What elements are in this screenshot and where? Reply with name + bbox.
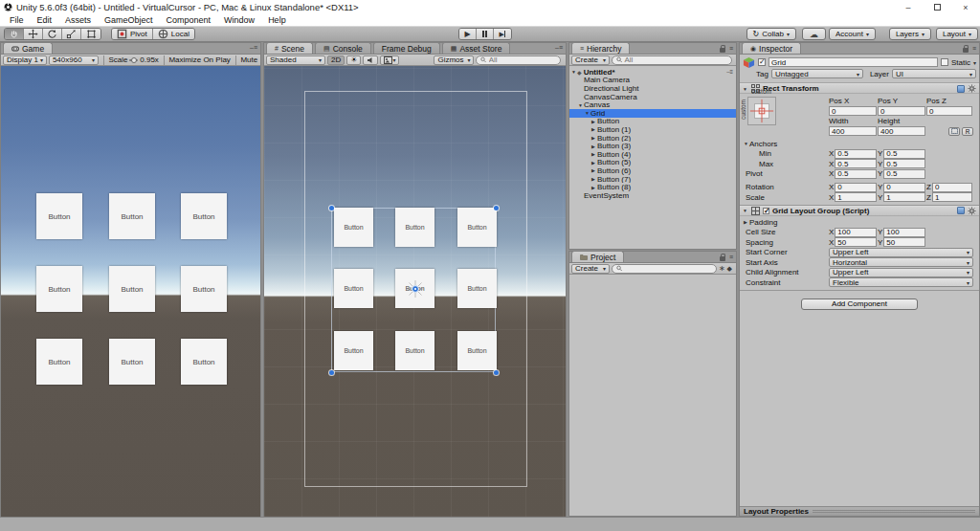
active-checkbox[interactable] (758, 58, 766, 66)
account-dropdown[interactable]: Account▾ (829, 28, 876, 40)
menu-assets[interactable]: Assets (58, 15, 98, 25)
panel-menu-icon[interactable]: –≡ (555, 45, 563, 51)
start-axis-dropdown[interactable]: Horizontal▾ (829, 257, 973, 267)
panel-menu-icon[interactable]: ≡ (729, 46, 733, 52)
layout-properties-bar[interactable]: Layout Properties (740, 506, 979, 516)
tab-inspector[interactable]: ◉ Inspector (742, 42, 801, 54)
panel-menu-icon[interactable]: ≡ (729, 254, 733, 260)
create-dropdown[interactable]: Create▾ (571, 264, 610, 274)
selection-handle[interactable] (329, 206, 334, 210)
close-button[interactable]: × (951, 0, 980, 14)
static-checkbox[interactable] (941, 58, 948, 66)
constraint-dropdown[interactable]: Flexible▾ (829, 277, 973, 287)
ui-button[interactable]: Button (36, 193, 82, 239)
blueprint-mode-button[interactable] (948, 127, 960, 136)
pivot-x-field[interactable] (835, 169, 877, 179)
rotate-tool-button[interactable] (43, 29, 62, 39)
scale-z-field[interactable] (932, 192, 972, 202)
hierarchy-item-button-7[interactable]: ▶Button (7) (569, 175, 736, 184)
tab-project[interactable]: Project (571, 251, 624, 262)
scene-menu-icon[interactable]: –≡ (726, 69, 733, 75)
scale-x-field[interactable] (835, 192, 877, 202)
lock-icon[interactable] (720, 256, 725, 261)
hierarchy-search[interactable] (612, 55, 732, 65)
pos-x-field[interactable] (829, 106, 877, 116)
panel-menu-icon[interactable]: ≡ (972, 46, 976, 52)
menu-help[interactable]: Help (261, 15, 293, 25)
ui-button[interactable]: Button (109, 193, 155, 239)
hierarchy-item-button-2[interactable]: ▶Button (2) (569, 134, 736, 143)
anchor-max-y-field[interactable] (883, 159, 925, 168)
ui-button[interactable]: Button (395, 208, 434, 247)
ui-button[interactable]: Button (36, 339, 82, 385)
tab-game[interactable]: Game (3, 42, 53, 54)
selection-handle[interactable] (494, 206, 499, 210)
add-component-button[interactable]: Add Component (801, 299, 918, 310)
scale-slider[interactable] (129, 59, 138, 61)
layers-dropdown[interactable]: Layers▾ (889, 28, 931, 40)
cell-size-y-field[interactable] (883, 228, 925, 237)
hierarchy-item-button-4[interactable]: ▶Button (4) (569, 150, 736, 159)
ui-button[interactable]: Button (181, 193, 227, 239)
ui-button[interactable]: Button (457, 331, 497, 370)
ui-button[interactable]: Button (457, 208, 497, 247)
hand-tool-button[interactable] (5, 29, 24, 39)
menu-component[interactable]: Component (160, 15, 218, 25)
gear-icon[interactable] (968, 207, 976, 215)
hierarchy-item-button[interactable]: ▶Button (569, 118, 736, 126)
local-toggle-button[interactable]: Local (153, 29, 194, 39)
tab-frame-debug[interactable]: Frame Debug (373, 42, 440, 54)
ui-button[interactable]: Button (109, 266, 155, 312)
ui-button[interactable]: Button (395, 331, 434, 370)
width-field[interactable] (829, 126, 877, 136)
hierarchy-item-button-5[interactable]: ▶Button (5) (569, 159, 736, 167)
menu-file[interactable]: File (3, 15, 31, 25)
gameobject-name-field[interactable] (768, 57, 938, 67)
project-search-input[interactable] (624, 264, 712, 273)
anchor-min-x-field[interactable] (835, 149, 877, 159)
hierarchy-item-eventsystem[interactable]: EventSystem (569, 191, 736, 200)
restore-button[interactable] (923, 0, 951, 14)
search-by-label-icon[interactable]: ◆ (727, 266, 732, 272)
pos-y-field[interactable] (878, 106, 925, 116)
rotation-z-field[interactable] (932, 183, 972, 192)
static-dropdown-icon[interactable]: ▾ (973, 59, 976, 66)
start-corner-dropdown[interactable]: Upper Left▾ (829, 248, 973, 257)
anchor-min-y-field[interactable] (883, 149, 925, 159)
cloud-button[interactable]: ☁ (802, 28, 826, 40)
hierarchy-item-button-8[interactable]: ▶Button (8) (569, 183, 736, 191)
hierarchy-item-canvascamera[interactable]: CanvasCamera (569, 93, 736, 101)
move-gizmo[interactable] (405, 278, 426, 299)
hierarchy-item-button-3[interactable]: ▶Button (3) (569, 142, 736, 150)
play-button[interactable]: ▶ (459, 29, 477, 39)
pivot-toggle-button[interactable]: Pivot (112, 29, 153, 39)
audio-toggle-button[interactable] (363, 55, 378, 65)
spacing-x-field[interactable] (835, 237, 877, 247)
foldout-arrow[interactable]: ▼ (743, 208, 748, 213)
hierarchy-item-button-1[interactable]: ▶Button (1) (569, 125, 736, 134)
spacing-y-field[interactable] (883, 237, 925, 247)
pause-button[interactable] (477, 29, 494, 39)
scale-tool-button[interactable] (62, 29, 81, 39)
menu-edit[interactable]: Edit (31, 15, 59, 25)
maximize-on-play-toggle[interactable]: Maximize On Play (168, 55, 230, 64)
scale-slider-knob[interactable] (131, 57, 137, 63)
rect-tool-button[interactable] (81, 29, 100, 39)
height-field[interactable] (878, 126, 925, 136)
ui-button[interactable]: Button (181, 339, 227, 385)
create-dropdown[interactable]: Create▾ (571, 55, 610, 65)
gear-icon[interactable] (968, 84, 976, 93)
component-enabled-checkbox[interactable] (763, 208, 769, 214)
hierarchy-item-button-6[interactable]: ▶Button (6) (569, 166, 736, 175)
raw-edit-button[interactable]: R (962, 127, 973, 136)
anchor-max-x-field[interactable] (835, 159, 877, 168)
tab-console[interactable]: ▤Console (315, 42, 371, 54)
rotation-x-field[interactable] (835, 183, 877, 192)
mute-audio-toggle[interactable]: Mute Aud (240, 55, 258, 64)
step-button[interactable]: ▶ (494, 29, 511, 39)
ui-button[interactable]: Button (181, 266, 227, 312)
help-book-icon[interactable] (957, 207, 965, 214)
ui-button[interactable]: Button (334, 208, 373, 247)
2d-toggle-button[interactable]: 2D (327, 55, 345, 65)
ui-button[interactable]: Button (36, 266, 82, 312)
